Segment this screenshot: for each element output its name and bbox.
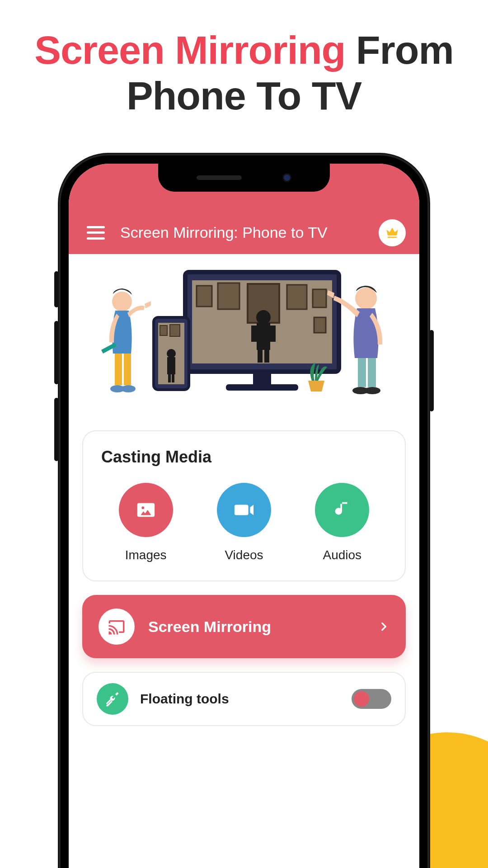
- mirror-label: Screen Mirroring: [148, 618, 378, 636]
- svg-rect-6: [314, 317, 326, 333]
- svg-rect-31: [368, 358, 376, 387]
- svg-point-29: [355, 288, 377, 309]
- phone-frame: Screen Mirroring: Phone to TV: [59, 154, 429, 868]
- floating-tools-row: Floating tools: [82, 672, 406, 726]
- svg-rect-19: [167, 357, 175, 374]
- front-camera: [282, 173, 291, 182]
- svg-rect-2: [197, 286, 212, 307]
- svg-rect-21: [172, 374, 174, 382]
- svg-point-18: [167, 349, 176, 358]
- images-label: Images: [125, 548, 167, 562]
- phone-side-button: [429, 330, 434, 411]
- floating-toggle[interactable]: [352, 689, 391, 709]
- toggle-knob: [354, 691, 369, 707]
- image-icon: [136, 500, 156, 520]
- audios-circle: [315, 483, 369, 537]
- chevron-right-icon: [378, 621, 389, 632]
- svg-rect-11: [269, 326, 276, 342]
- media-item-videos[interactable]: Videos: [217, 483, 271, 562]
- menu-icon[interactable]: [87, 226, 105, 240]
- headline-part1: From: [345, 28, 453, 72]
- videos-label: Videos: [225, 548, 263, 562]
- svg-point-8: [256, 310, 271, 325]
- svg-rect-23: [170, 325, 180, 336]
- svg-rect-13: [264, 350, 269, 363]
- svg-rect-22: [160, 326, 167, 335]
- headline-highlight: Screen Mirroring: [34, 28, 345, 72]
- audios-label: Audios: [323, 548, 362, 562]
- svg-rect-20: [168, 374, 171, 382]
- floating-label: Floating tools: [140, 691, 352, 707]
- media-item-images[interactable]: Images: [119, 483, 173, 562]
- phone-screen: Screen Mirroring: Phone to TV: [69, 164, 419, 868]
- headline-part2: Phone To TV: [127, 73, 361, 118]
- crown-icon: [385, 225, 400, 241]
- images-circle: [119, 483, 173, 537]
- svg-rect-30: [358, 358, 366, 387]
- cast-icon: [107, 617, 126, 636]
- tools-icon-wrap: [97, 683, 128, 715]
- screen-mirroring-button[interactable]: Screen Mirroring: [82, 595, 406, 658]
- speaker-grill: [197, 175, 242, 180]
- svg-point-33: [364, 387, 380, 394]
- svg-rect-12: [258, 350, 263, 363]
- marketing-headline: Screen Mirroring From Phone To TV: [0, 0, 488, 118]
- svg-rect-14: [253, 372, 271, 385]
- phone-side-button: [54, 271, 59, 307]
- premium-button[interactable]: [379, 219, 406, 246]
- music-icon: [332, 500, 352, 520]
- tools-icon: [104, 691, 121, 707]
- svg-rect-5: [313, 289, 326, 307]
- svg-point-24: [112, 292, 132, 311]
- svg-rect-10: [251, 326, 258, 342]
- videos-circle: [217, 483, 271, 537]
- video-icon: [234, 500, 254, 520]
- app-title: Screen Mirroring: Phone to TV: [120, 224, 379, 241]
- casting-title: Casting Media: [101, 448, 391, 467]
- svg-rect-26: [124, 354, 131, 385]
- svg-rect-25: [115, 354, 122, 385]
- phone-notch: [158, 164, 330, 192]
- hero-illustration: [69, 254, 419, 426]
- media-item-audios[interactable]: Audios: [315, 483, 369, 562]
- media-row: Images Videos Au: [97, 483, 391, 562]
- svg-rect-3: [218, 283, 239, 309]
- svg-rect-4: [287, 285, 307, 309]
- casting-media-card: Casting Media Images: [82, 430, 406, 581]
- svg-point-28: [121, 385, 136, 392]
- phone-side-button: [54, 398, 59, 461]
- svg-rect-9: [257, 323, 270, 350]
- cast-icon-wrap: [99, 609, 135, 645]
- svg-rect-15: [226, 384, 298, 391]
- phone-side-button: [54, 321, 59, 384]
